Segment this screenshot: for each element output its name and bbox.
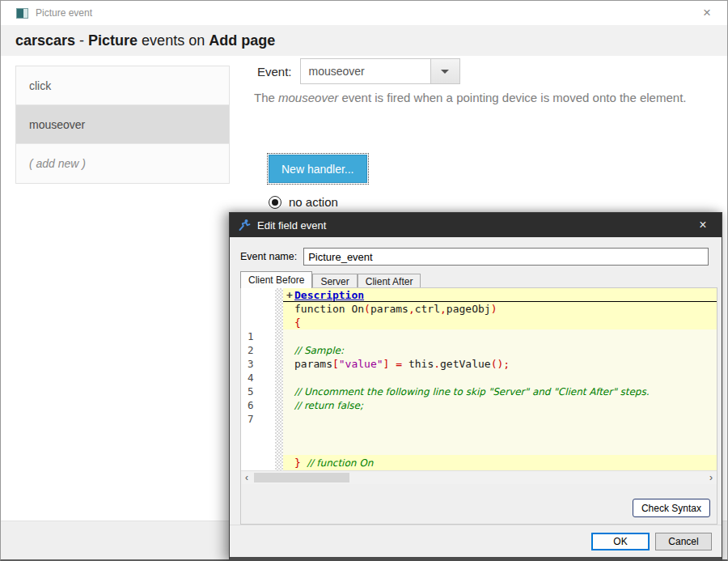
- line-number-gutter: 1 2 3 4 5 6 7: [241, 288, 275, 470]
- chevron-down-icon: [441, 70, 449, 74]
- close-icon[interactable]: ×: [695, 1, 719, 25]
- event-combobox-dropdown-button[interactable]: [430, 59, 459, 83]
- title-segment: -: [75, 32, 88, 49]
- code-editor-panel: 1 2 3 4 5 6 7 +Description function On(p…: [240, 287, 717, 525]
- tab-client-after[interactable]: Client After: [358, 274, 421, 288]
- scrollbar-thumb[interactable]: [254, 473, 349, 482]
- code-line-7: [283, 412, 717, 426]
- code-line-2: // Sample:: [283, 343, 717, 357]
- ok-button[interactable]: OK: [591, 533, 650, 550]
- event-item-label: mouseover: [29, 118, 85, 131]
- horizontal-scrollbar[interactable]: ‹ ›: [241, 470, 717, 484]
- window-title: Picture event: [36, 7, 92, 19]
- event-selector-row: Event: mouseover: [257, 58, 460, 84]
- code-area[interactable]: +Description function On(params,ctrl,pag…: [283, 288, 717, 470]
- line-number: 7: [241, 412, 275, 426]
- check-syntax-button[interactable]: Check Syntax: [633, 499, 710, 517]
- modal-title: Edit field event: [257, 219, 326, 232]
- line-number: 2: [241, 343, 275, 357]
- new-handler-button[interactable]: New handler...: [269, 155, 367, 183]
- code-blank-space: [283, 426, 717, 455]
- event-item-label: ( add new ): [29, 157, 86, 170]
- running-man-icon: [238, 219, 251, 232]
- description-link[interactable]: Description: [294, 289, 364, 301]
- page-title: carscars - Picture events on Add page: [1, 25, 727, 56]
- scroll-left-icon[interactable]: ‹: [241, 471, 252, 484]
- expander-plus-icon[interactable]: +: [285, 288, 294, 302]
- tab-label: Client Before: [248, 274, 304, 286]
- edit-field-event-dialog: Edit field event × Event name: Client Be…: [229, 212, 722, 561]
- modal-close-icon[interactable]: ×: [692, 213, 713, 237]
- title-segment: Add page: [209, 32, 275, 49]
- code-editor[interactable]: 1 2 3 4 5 6 7 +Description function On(p…: [241, 288, 717, 470]
- event-list-item-mouseover[interactable]: mouseover: [16, 105, 229, 144]
- line-number: 5: [241, 385, 275, 398]
- event-name-row: Event name:: [240, 248, 709, 266]
- code-line-open-brace: {: [283, 316, 717, 329]
- line-number: 1: [241, 329, 275, 343]
- code-line-function: function On(params,ctrl,pageObj): [283, 302, 717, 316]
- no-action-label: no action: [289, 195, 338, 209]
- radio-selected-icon[interactable]: [269, 196, 281, 209]
- code-line-1: [283, 329, 717, 343]
- event-combobox-value[interactable]: mouseover: [301, 59, 430, 83]
- main-titlebar: Picture event ×: [1, 1, 727, 25]
- line-number: 4: [241, 371, 275, 385]
- gutter-divider: [275, 288, 283, 470]
- code-line-6: // return false;: [283, 398, 717, 412]
- line-number: 3: [241, 357, 275, 371]
- code-line-3: params["value"] = this.getValue();: [283, 357, 717, 371]
- line-number: 6: [241, 398, 275, 412]
- code-line-4: [283, 371, 717, 385]
- desc-part-event-name: mouseover: [278, 91, 338, 104]
- tab-client-before[interactable]: Client Before: [240, 271, 312, 288]
- event-name-input[interactable]: [303, 248, 709, 266]
- desc-part: event is fired when a pointing device is…: [338, 91, 686, 104]
- modal-footer: OK Cancel: [230, 525, 722, 557]
- editor-tabs: Client Before Server Client After: [240, 271, 421, 288]
- modal-titlebar: Edit field event ×: [230, 213, 722, 237]
- event-description: The mouseover event is fired when a poin…: [254, 91, 719, 104]
- event-list: click mouseover ( add new ): [15, 66, 230, 184]
- event-label: Event:: [257, 65, 292, 79]
- event-list-item-add-new[interactable]: ( add new ): [16, 144, 229, 183]
- scroll-right-icon[interactable]: ›: [705, 471, 717, 484]
- picture-icon: [16, 8, 28, 19]
- tab-server[interactable]: Server: [312, 274, 357, 288]
- cancel-button[interactable]: Cancel: [655, 533, 712, 550]
- code-line-5: // Uncomment the following line to skip …: [283, 385, 717, 398]
- code-line-close-brace: } // function On: [283, 455, 717, 470]
- desc-part: The: [254, 91, 278, 104]
- tab-label: Server: [320, 276, 349, 287]
- title-segment: events on: [138, 32, 209, 49]
- event-name-label: Event name:: [240, 251, 297, 262]
- title-segment: Picture: [88, 32, 138, 49]
- code-header-description: +Description: [283, 288, 717, 302]
- tab-label: Client After: [366, 276, 413, 287]
- event-item-label: click: [29, 79, 51, 92]
- event-list-item-click[interactable]: click: [16, 66, 229, 105]
- no-action-option[interactable]: no action: [269, 195, 338, 209]
- event-combobox[interactable]: mouseover: [300, 58, 460, 84]
- title-segment: carscars: [15, 32, 75, 49]
